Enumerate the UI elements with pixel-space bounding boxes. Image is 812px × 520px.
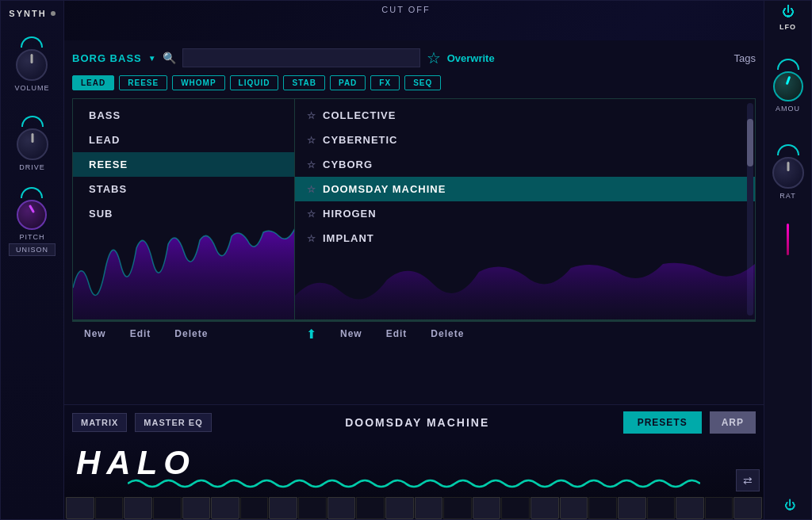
unison-button[interactable]: UNISON <box>9 243 56 256</box>
overwrite-button[interactable]: Overwrite <box>447 52 495 64</box>
cutoff-label: CUT OFF <box>381 5 430 14</box>
piano-key[interactable] <box>95 497 124 519</box>
category-sub[interactable]: SUB <box>73 201 294 226</box>
piano-key[interactable] <box>733 497 762 519</box>
preset-bar: BORG BASS ▼ 🔍 ☆ Overwrite Tags <box>72 48 756 67</box>
piano-key[interactable] <box>676 497 704 519</box>
left-sidebar: SYNTH VOLUME DRIVE PITCH UNISON <box>1 1 64 519</box>
piano-key[interactable] <box>588 497 617 519</box>
piano-key[interactable] <box>618 497 646 519</box>
rate-label: RAT <box>779 192 795 200</box>
star-collective[interactable]: ☆ <box>307 110 316 121</box>
piano-key[interactable] <box>211 497 239 519</box>
preset-footer: New Edit Delete <box>328 321 756 346</box>
piano-key[interactable] <box>560 497 588 519</box>
preset-scrollbar[interactable] <box>747 103 753 315</box>
piano-key[interactable] <box>647 497 676 519</box>
amount-knob-container: AMOU <box>773 59 803 113</box>
star-hirogen[interactable]: ☆ <box>307 208 316 220</box>
tag-seq-button[interactable]: SEQ <box>404 75 441 90</box>
master-eq-button[interactable]: MASTER EQ <box>135 413 211 432</box>
tag-stab-button[interactable]: STAB <box>283 75 324 90</box>
piano-key[interactable] <box>356 497 385 519</box>
preset-panel: ☆ COLLECTIVE ☆ CYBERNETIC ☆ CYBORG ☆ DOO… <box>295 99 755 319</box>
preset-hirogen[interactable]: ☆ HIROGEN <box>295 201 755 226</box>
star-cyborg[interactable]: ☆ <box>307 159 316 170</box>
tags-label: Tags <box>734 52 756 64</box>
piano-key[interactable] <box>501 497 530 519</box>
arp-button[interactable]: ARP <box>710 411 756 434</box>
rate-knob[interactable] <box>772 157 804 189</box>
power-button-bottom[interactable]: ⏻ <box>784 499 795 511</box>
collapse-button-area: ⬆ <box>294 321 328 346</box>
piano-key[interactable] <box>240 497 269 519</box>
drive-knob[interactable] <box>17 128 48 160</box>
preset-collective[interactable]: ☆ COLLECTIVE <box>295 103 755 128</box>
piano-key[interactable] <box>705 497 733 519</box>
piano-key[interactable] <box>530 497 559 519</box>
favorite-star-icon[interactable]: ☆ <box>427 48 441 67</box>
piano-key[interactable] <box>153 497 182 519</box>
search-input[interactable] <box>182 48 420 67</box>
search-icon[interactable]: 🔍 <box>163 52 176 64</box>
presets-button[interactable]: PRESETS <box>623 411 702 434</box>
pitch-label: PITCH <box>19 233 44 241</box>
piano-key[interactable] <box>182 497 211 519</box>
preset-implant[interactable]: ☆ IMPLANT <box>295 226 755 250</box>
tag-fx-button[interactable]: FX <box>370 75 400 90</box>
volume-knob[interactable] <box>16 49 48 81</box>
lfo-power-icon[interactable]: ⏻ <box>782 5 795 19</box>
piano-key[interactable] <box>473 497 501 519</box>
preset-cyborg[interactable]: ☆ CYBORG <box>295 152 755 177</box>
tag-pad-button[interactable]: PAD <box>330 75 366 90</box>
pitch-knob-container: PITCH UNISON <box>9 187 56 256</box>
piano-key[interactable] <box>443 497 472 519</box>
star-implant[interactable]: ☆ <box>307 233 316 244</box>
edit-preset-button[interactable]: Edit <box>386 328 408 339</box>
tag-lead-button[interactable]: LEAD <box>72 75 114 90</box>
synth-label: SYNTH <box>9 9 46 18</box>
piano-key[interactable] <box>385 497 414 519</box>
scrollbar-thumb[interactable] <box>747 119 753 166</box>
right-sidebar: ⏻ LFO AMOU RAT <box>764 1 811 519</box>
shuffle-button[interactable]: ⇄ <box>736 469 760 491</box>
edit-category-button[interactable]: Edit <box>130 328 151 339</box>
amount-knob[interactable] <box>773 71 803 101</box>
tag-whomp-button[interactable]: WHOMP <box>172 75 224 90</box>
volume-label: VOLUME <box>14 84 49 92</box>
teal-waveform <box>128 476 700 491</box>
chevron-up-icon[interactable]: ⬆ <box>298 327 324 342</box>
matrix-button[interactable]: MATRIX <box>72 413 127 432</box>
tag-liquid-button[interactable]: LIQUID <box>230 75 279 90</box>
delete-category-button[interactable]: Delete <box>174 328 208 339</box>
category-waveform <box>73 224 295 319</box>
preset-cybernetic[interactable]: ☆ CYBERNETIC <box>295 128 755 152</box>
preset-dropdown-arrow[interactable]: ▼ <box>148 54 156 63</box>
category-reese[interactable]: REESE <box>73 152 294 177</box>
category-stabs[interactable]: STABS <box>73 177 294 201</box>
amount-label: AMOU <box>776 105 800 113</box>
piano-key[interactable] <box>415 497 443 519</box>
star-cybernetic[interactable]: ☆ <box>307 135 316 146</box>
delete-preset-button[interactable]: Delete <box>431 328 464 339</box>
new-preset-button[interactable]: New <box>340 328 362 339</box>
pitch-knob[interactable] <box>17 200 47 230</box>
lfo-label: LFO <box>779 23 796 31</box>
synth-dot <box>51 11 56 16</box>
piano-key[interactable] <box>327 497 356 519</box>
preset-doomsday[interactable]: ☆ DOOMSDAY MACHINE <box>295 177 755 201</box>
new-category-button[interactable]: New <box>84 328 106 339</box>
piano-key[interactable] <box>124 497 152 519</box>
category-lead[interactable]: LEAD <box>73 128 294 152</box>
piano-key[interactable] <box>298 497 327 519</box>
piano-key[interactable] <box>66 497 94 519</box>
tag-reese-button[interactable]: REESE <box>119 75 167 90</box>
preset-collective-label: COLLECTIVE <box>323 109 396 121</box>
drive-label: DRIVE <box>19 163 45 171</box>
star-doomsday[interactable]: ☆ <box>307 184 316 195</box>
piano-key[interactable] <box>269 497 297 519</box>
rate-knob-container: RAT <box>772 144 804 200</box>
preset-implant-label: IMPLANT <box>323 232 374 244</box>
category-bass[interactable]: BASS <box>73 103 294 128</box>
panels-area: BASS LEAD REESE STABS SUB <box>72 98 756 320</box>
